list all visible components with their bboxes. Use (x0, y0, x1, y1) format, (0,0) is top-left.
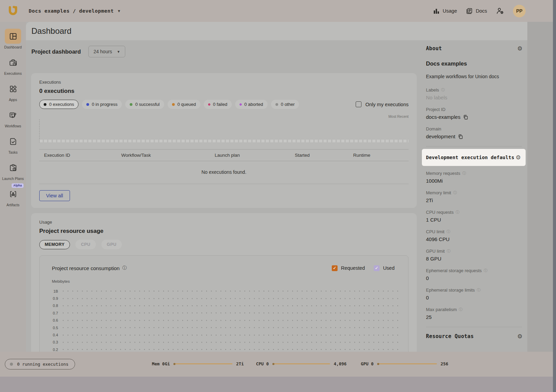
checkbox-unchecked[interactable] (356, 101, 361, 107)
cpu-limit-value: 4096 CPU (426, 236, 527, 242)
sidebar-label: Launch Plans (2, 177, 24, 181)
filter-chip-other[interactable]: 0 other (271, 100, 299, 109)
main-panel: Dashboard Project dashboard 24 hours ▼ E… (26, 22, 527, 352)
memory-gauge-max: 2Ti (236, 361, 244, 366)
status-dot-icon (275, 103, 278, 106)
time-range-select[interactable]: 24 hours ▼ (88, 46, 125, 57)
cpu-requests-value: 1 CPU (426, 217, 527, 223)
execution-defaults-highlight: Development execution defaults ⚙ (422, 149, 526, 166)
info-icon[interactable]: ⓘ (447, 249, 451, 254)
sidebar-item-launch-plans[interactable]: Launch Plans (1, 160, 25, 181)
only-my-executions-toggle[interactable]: Only my executions (356, 101, 409, 107)
filter-chip-successful[interactable]: 0 successful (125, 100, 164, 109)
usage-card: Usage Project resource usage MEMORY CPU … (31, 213, 417, 352)
docs-nav[interactable]: Docs (466, 8, 487, 14)
sidebar-item-workflows[interactable]: Workflows (1, 108, 25, 128)
info-icon[interactable]: ⓘ (446, 229, 450, 234)
legend-used-toggle[interactable]: ✓ Used (374, 265, 395, 271)
view-all-button[interactable]: View all (39, 190, 70, 201)
user-settings-icon[interactable] (496, 7, 504, 15)
dashboard-icon (9, 32, 17, 41)
apps-icon (9, 85, 17, 93)
status-ring-icon (240, 103, 242, 106)
domain-value: development (426, 134, 455, 139)
status-dot-icon (86, 103, 89, 106)
sidebar-item-apps[interactable]: Apps (1, 81, 25, 102)
info-icon[interactable]: ⓘ (477, 288, 481, 293)
max-parallelism-value: 25 (426, 314, 527, 320)
sidebar-label: Workflows (5, 124, 21, 128)
info-icon[interactable]: ⓘ (484, 268, 487, 273)
sidebar-label: Tasks (9, 150, 18, 154)
breadcrumb-caret-icon[interactable]: ▼ (117, 9, 121, 13)
execution-defaults-fields: Memory requestsⓘ 1000Mi Memory limitⓘ 2T… (420, 166, 527, 320)
copy-icon[interactable] (458, 134, 463, 139)
tasks-icon (9, 137, 17, 146)
project-description: Example workflows for Union docs (426, 74, 527, 79)
status-dot-icon (130, 103, 132, 106)
about-sidebar: About ⚙ Docs examples Example workflows … (420, 40, 527, 352)
gear-icon[interactable]: ⚙ (516, 154, 521, 161)
running-executions-pill[interactable]: 0 running executions (5, 359, 75, 369)
col-started: Started (295, 153, 353, 158)
ephemeral-requests-value: 0 (426, 275, 527, 281)
filter-chip-executions[interactable]: 0 executions (39, 100, 79, 109)
gear-icon[interactable]: ⚙ (517, 333, 523, 340)
filter-chip-aborted[interactable]: 0 aborted (235, 100, 268, 109)
filter-chip-queued[interactable]: 0 queued (168, 100, 200, 109)
sidebar-label: Apps (9, 98, 17, 102)
bottom-band (0, 377, 556, 392)
about-heading: About (426, 45, 442, 52)
cpu-gauge-label: CPU 0 (256, 361, 269, 366)
app-window: Docs examples / development ▼ Usage Docs (0, 0, 556, 392)
union-logo-icon[interactable] (7, 5, 19, 17)
status-dot-icon (44, 103, 46, 106)
executions-card: Executions 0 executions 0 executions 0 i… (31, 73, 417, 208)
usage-nav[interactable]: Usage (433, 8, 457, 14)
info-icon[interactable]: ⓘ (441, 87, 445, 93)
info-icon[interactable]: ⓘ (122, 265, 127, 271)
gauge-line (273, 363, 330, 364)
docs-nav-label: Docs (476, 8, 487, 14)
filter-chip-in-progress[interactable]: 0 in progress (82, 100, 122, 109)
memory-limit-value: 2Ti (426, 197, 527, 203)
cpu-gauge: CPU 0 4,096 (256, 361, 346, 366)
avatar[interactable]: PP (513, 5, 526, 17)
executions-table-header: Execution ID Workflow/Task Launch plan S… (39, 149, 409, 161)
checkbox-checked-used[interactable]: ✓ (374, 265, 380, 271)
breadcrumb[interactable]: Docs examples / development (29, 8, 114, 14)
executions-timeline-placeholder (39, 119, 409, 142)
project-id-value: docs-examples (426, 114, 460, 120)
project-name: Docs examples (426, 60, 527, 67)
status-dot-icon (172, 103, 175, 106)
workflows-icon (9, 111, 17, 120)
info-icon[interactable]: ⓘ (453, 190, 457, 195)
gear-icon[interactable]: ⚙ (517, 45, 523, 52)
memory-gauge-label: Mem 0Gi (152, 361, 170, 366)
sidebar-label: Dashboard (4, 45, 22, 49)
legend-requested-toggle[interactable]: ✓ Requested (332, 265, 365, 271)
info-icon[interactable]: ⓘ (462, 171, 466, 176)
info-icon[interactable]: ⓘ (456, 210, 459, 215)
filter-chip-failed[interactable]: 0 failed (204, 100, 232, 109)
tab-gpu[interactable]: GPU (101, 240, 122, 249)
sidebar-item-dashboard[interactable]: Dashboard (1, 29, 25, 49)
empty-message: No executions found. (39, 161, 409, 184)
sidebar-label: Artifacts (6, 203, 19, 207)
sidebar-item-executions[interactable]: Executions (1, 55, 25, 75)
tab-cpu[interactable]: CPU (75, 240, 96, 249)
section-title: Project dashboard (31, 48, 81, 55)
copy-icon[interactable] (463, 115, 468, 120)
scrollbar[interactable] (553, 0, 556, 392)
checkbox-checked-requested[interactable]: ✓ (332, 265, 338, 271)
usage-heading: Project resource usage (31, 225, 417, 235)
ephemeral-limits-value: 0 (426, 295, 527, 300)
cpu-gauge-max: 4,096 (334, 361, 347, 366)
info-icon[interactable]: ⓘ (459, 307, 462, 312)
executions-card-label: Executions (31, 73, 417, 85)
sidebar-item-artifacts[interactable]: Alpha Artifacts (1, 186, 25, 207)
executions-icon (9, 58, 17, 67)
sidebar-item-tasks[interactable]: Tasks (1, 134, 25, 154)
tab-memory[interactable]: MEMORY (39, 240, 70, 249)
col-execution-id: Execution ID (39, 153, 121, 158)
